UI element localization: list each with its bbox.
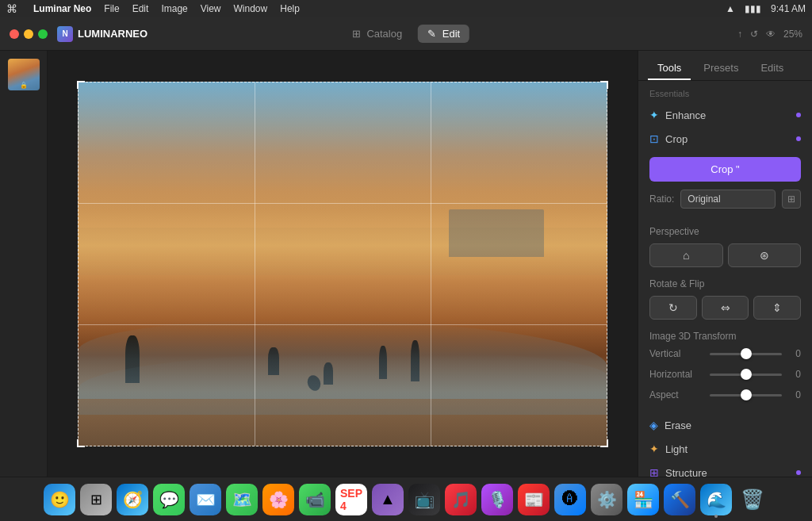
menubar-right: ▲ ▮▮▮ 9:41 AM [726,3,806,14]
menu-view[interactable]: View [201,3,221,14]
dock-news[interactable]: 📰 [518,484,550,515]
right-panel: Tools Presets Edits Essentials ✦ Enhance… [638,51,812,477]
aspect-row: Aspect 0 [649,389,801,400]
enhance-dot [796,113,801,117]
edit-tab[interactable]: ✎ Edit [418,25,469,43]
minimize-button[interactable] [24,29,33,39]
vertical-thumb[interactable] [741,348,752,359]
close-button[interactable] [10,29,19,39]
horizontal-thumb[interactable] [741,369,752,380]
titlebar: N LUMINARNEO + ⊞ Catalog ✎ Edit ↑ ↺ 👁 25… [0,17,812,51]
ratio-row: Ratio: Original 1:1 4:3 16:9 3:2 ⊞ [649,190,801,209]
photo-container [78,82,607,446]
structure-item[interactable]: ⊞ Structure [638,461,812,477]
dock-photos[interactable]: 🌸 [262,484,294,515]
menu-edit[interactable]: Edit [132,3,149,14]
dock-podcasts[interactable]: 🎙️ [481,484,513,515]
store-icon: 🏪 [634,490,653,509]
structure-label: Structure [665,467,790,477]
dock-calendar[interactable]: SEP4 [335,484,367,515]
menu-help[interactable]: Help [280,3,300,14]
dock-finder2[interactable]: 🌊 [700,484,732,515]
dock-finder[interactable]: 🙂 [44,484,75,515]
flip-v-btn[interactable]: ⇕ [753,296,801,320]
menu-window[interactable]: Window [234,3,268,14]
flip-h-btn[interactable]: ⇔ [702,296,749,320]
app-name: Luminar Neo [33,3,91,14]
dock-affinity[interactable]: ▲ [372,484,404,515]
aspect-thumb[interactable] [741,389,752,400]
enhance-label: Enhance [665,109,790,121]
menu-file[interactable]: File [104,3,119,14]
affinity-icon: ▲ [380,490,396,508]
dock-music[interactable]: 🎵 [445,484,477,515]
ratio-select[interactable]: Original 1:1 4:3 16:9 3:2 [680,190,776,209]
dock-systemprefs[interactable]: ⚙️ [591,484,622,515]
erase-label: Erase [665,419,801,431]
dock-launchpad[interactable]: ⊞ [80,484,112,515]
share-icon[interactable]: ↑ [737,29,742,40]
perspective-auto-btn[interactable]: ⌂ [649,243,723,267]
titlebar-nav: ⊞ Catalog ✎ Edit [343,25,469,43]
horizontal-label: Horizontal [649,369,703,380]
apple-menu-icon[interactable]: ⌘ [6,2,17,15]
preview-icon[interactable]: 👁 [766,29,776,40]
menu-image[interactable]: Image [161,3,187,14]
light-icon: ✦ [649,442,659,455]
dock-safari[interactable]: 🧭 [117,484,148,515]
dock-messages[interactable]: 💬 [153,484,185,515]
horizontal-slider[interactable] [710,374,782,376]
fullscreen-button[interactable] [38,29,48,39]
ratio-portrait-btn[interactable]: ⊞ [782,190,801,209]
vertical-slider[interactable] [710,353,782,355]
building-bg [449,209,544,257]
xcode-icon: 🔨 [670,490,690,509]
erase-icon: ◈ [649,419,658,431]
dock-active-dot [714,515,718,518]
aspect-slider[interactable] [710,394,782,396]
history-icon[interactable]: ↺ [750,29,758,40]
dock-mail[interactable]: ✉️ [190,484,221,515]
enhance-item[interactable]: ✦ Enhance [638,103,812,127]
slider-section: Image 3D Transform Vertical 0 Horizontal… [638,328,812,413]
left-sidebar: 🔒 [0,51,48,477]
crop-item[interactable]: ⊡ Crop [638,127,812,151]
rotate-buttons: ↻ ⇔ ⇕ [649,296,801,320]
systemprefs-icon: ⚙️ [597,490,617,509]
light-label: Light [665,443,801,455]
dock-xcode[interactable]: 🔨 [664,484,695,515]
tab-presets[interactable]: Presets [694,57,748,80]
tab-edits[interactable]: Edits [751,57,793,80]
music-icon: 🎵 [451,490,471,509]
tab-tools[interactable]: Tools [648,57,691,80]
crop-active-button[interactable]: Crop " [649,157,801,182]
dock-appstore[interactable]: 🅐 [554,484,586,515]
trash-icon: 🗑️ [741,488,764,511]
dock-maps[interactable]: 🗺️ [226,484,258,515]
erase-item[interactable]: ◈ Erase [638,413,812,437]
safari-icon: 🧭 [123,490,143,509]
dock-appletv[interactable]: 📺 [408,484,440,515]
rotate-cw-btn[interactable]: ↻ [649,296,697,320]
main-layout: 🔒 [0,51,812,477]
panel-tabs: Tools Presets Edits [638,51,812,81]
dock-facetime[interactable]: 📹 [299,484,331,515]
vertical-value: 0 [788,348,801,359]
light-item[interactable]: ✦ Light [638,437,812,461]
essentials-label: Essentials [638,81,812,103]
podcasts-icon: 🎙️ [488,490,508,509]
app-logo: N LUMINARNEO [57,26,147,42]
dock-trash[interactable]: 🗑️ [737,484,768,515]
perspective-section: Perspective ⌂ ⊛ [638,223,812,275]
calendar-icon: SEP4 [340,487,362,512]
dock-store[interactable]: 🏪 [627,484,659,515]
structure-icon: ⊞ [649,466,659,477]
vertical-row: Vertical 0 [649,348,801,359]
rotate-label: Rotate & Flip [649,278,801,289]
perspective-label: Perspective [649,226,801,237]
catalog-tab[interactable]: ⊞ Catalog [343,25,412,43]
perspective-manual-btn[interactable]: ⊛ [728,243,802,267]
finder2-icon: 🌊 [707,490,726,509]
thumbnail-item[interactable]: 🔒 [8,59,40,90]
horizontal-value: 0 [788,369,801,380]
